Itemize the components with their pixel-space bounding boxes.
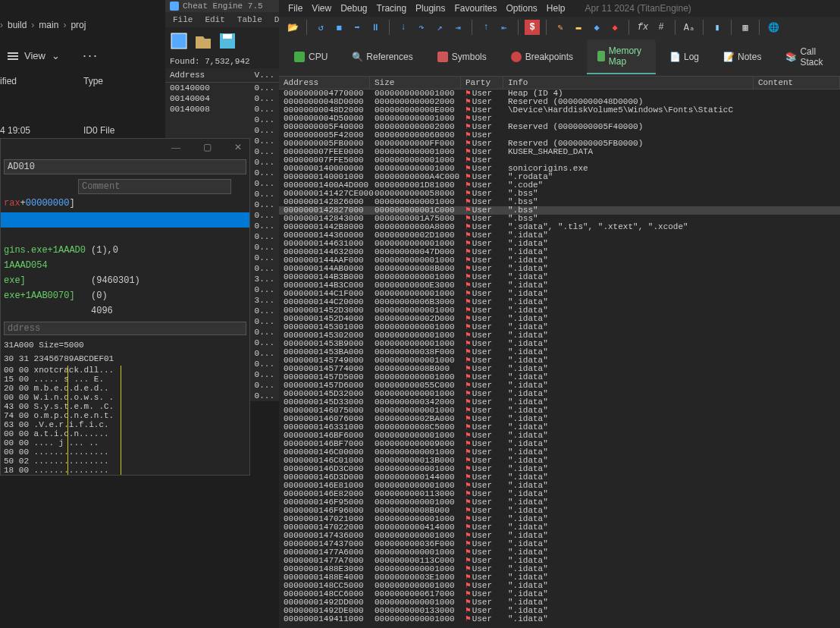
memory-map-header: Address Size Party Info Content bbox=[279, 77, 840, 89]
goto-address-input[interactable] bbox=[4, 322, 246, 335]
asm-entry[interactable]: 4096 bbox=[1, 303, 249, 319]
close-icon[interactable]: ✕ bbox=[234, 142, 242, 153]
selection-bar[interactable] bbox=[1, 212, 249, 228]
address-input[interactable] bbox=[4, 159, 246, 174]
patches-icon[interactable]: $ bbox=[525, 20, 540, 35]
hex-line[interactable]: 00 00 a.t.i.o.n...... bbox=[1, 429, 249, 438]
menu-tracing[interactable]: Tracing bbox=[377, 3, 407, 14]
maximize-icon[interactable]: ▢ bbox=[203, 142, 212, 153]
notes-icon: 📝 bbox=[723, 52, 734, 62]
hex-line[interactable]: 63 00 .V.e.r.i.f.i.c. bbox=[1, 420, 249, 429]
col-content[interactable]: Content bbox=[754, 77, 840, 89]
scylla-icon[interactable]: ▦ bbox=[738, 20, 753, 35]
stop-icon[interactable]: ◼ bbox=[331, 20, 346, 35]
breadcrumb-item[interactable]: proj bbox=[71, 20, 86, 30]
run-to-icon[interactable]: ⇥ bbox=[450, 20, 465, 35]
chevron-icon: › bbox=[31, 20, 34, 30]
ce-menubar: File Edit Table D3D bbox=[165, 12, 279, 27]
run-icon[interactable]: ➡ bbox=[349, 20, 365, 35]
col-address: Address bbox=[170, 71, 252, 80]
window-title: Cheat Engine 7.5 bbox=[165, 0, 279, 12]
breakpoint-icon bbox=[511, 52, 522, 62]
text-icon[interactable]: Aₐ bbox=[682, 20, 697, 35]
memory-map-body[interactable]: 00000000047700000000000000001000⚑UserHea… bbox=[279, 89, 840, 628]
hex-line[interactable]: 20 00 m.b.e.d.d.e.d.. bbox=[1, 384, 249, 393]
hex-line[interactable]: 50 02 ............... bbox=[1, 457, 249, 466]
menu-favourites[interactable]: Favourites bbox=[454, 3, 497, 14]
menu-options[interactable]: Options bbox=[506, 3, 537, 14]
pencil-icon[interactable]: ✎ bbox=[553, 20, 568, 35]
symbols-icon bbox=[437, 52, 448, 62]
menu-help[interactable]: Help bbox=[547, 3, 566, 14]
more-menu[interactable]: ··· bbox=[83, 48, 99, 64]
file-row[interactable]: 4 19:05 ID0 File bbox=[0, 125, 114, 136]
clear-icon[interactable]: ◆ bbox=[607, 20, 622, 35]
step-into-icon[interactable]: ↓ bbox=[396, 20, 411, 35]
menu-edit[interactable]: Edit bbox=[200, 14, 229, 26]
hex-line[interactable]: 00 00 W.i.n.d.o.w.s. . bbox=[1, 393, 249, 402]
menu-file[interactable]: File bbox=[168, 14, 197, 26]
hex-line[interactable]: 18 00 ............... bbox=[1, 466, 249, 475]
tab-references[interactable]: 🔍References bbox=[341, 39, 423, 74]
hamburger-icon bbox=[8, 52, 18, 60]
breadcrumb-item[interactable]: build bbox=[8, 20, 27, 30]
col-address[interactable]: Address bbox=[279, 77, 370, 89]
globe-icon[interactable]: 🌐 bbox=[766, 20, 781, 35]
col-value: V... bbox=[252, 71, 274, 80]
col-party[interactable]: Party bbox=[461, 77, 503, 89]
open-button[interactable] bbox=[192, 30, 215, 52]
bookmark-icon[interactable]: ◆ bbox=[589, 20, 604, 35]
tab-memory-map[interactable]: Memory Map bbox=[587, 39, 656, 74]
tab-callstack[interactable]: 📚Call Stack bbox=[775, 39, 835, 74]
dbg-tabs: CPU 🔍References Symbols Breakpoints Memo… bbox=[279, 38, 840, 77]
comment-input[interactable] bbox=[78, 179, 231, 194]
hash-icon[interactable]: # bbox=[654, 20, 669, 35]
tab-breakpoints[interactable]: Breakpoints bbox=[500, 39, 584, 74]
menu-file[interactable]: File bbox=[288, 3, 302, 14]
menu-table[interactable]: Table bbox=[233, 14, 267, 26]
step-over-icon[interactable]: ↷ bbox=[414, 20, 429, 35]
asm-entry[interactable]: exe+1AAB0070](0) bbox=[1, 288, 249, 303]
pause-icon[interactable]: ⏸ bbox=[368, 20, 383, 35]
tab-cpu[interactable]: CPU bbox=[284, 39, 338, 74]
menu-view[interactable]: View bbox=[312, 3, 331, 14]
log-icon: 📄 bbox=[669, 52, 680, 62]
ce-scan-row[interactable]: 001400000... bbox=[165, 83, 279, 93]
hex-line[interactable]: 00 00 xnotcrack.dll... bbox=[1, 366, 249, 375]
restart-icon[interactable]: ↺ bbox=[313, 20, 328, 35]
minimize-icon[interactable]: — bbox=[171, 142, 180, 153]
modules-icon[interactable]: ▮ bbox=[710, 20, 725, 35]
tab-log[interactable]: 📄Log bbox=[659, 39, 710, 74]
hex-line[interactable]: 74 00 o.m.p.o.n.e.n.t. bbox=[1, 411, 249, 420]
hex-line[interactable]: 00 00 ............... bbox=[1, 447, 249, 457]
fx-icon[interactable]: fx bbox=[635, 20, 650, 35]
process-button[interactable] bbox=[168, 30, 190, 52]
ce-scan-row[interactable]: 001400080... bbox=[165, 104, 279, 115]
tab-symbols[interactable]: Symbols bbox=[427, 39, 497, 74]
asm-entry[interactable]: 1AAAD054 bbox=[1, 258, 249, 273]
trace-over-icon[interactable]: ⇤ bbox=[497, 20, 512, 35]
breadcrumb-item[interactable]: main bbox=[39, 20, 58, 30]
trace-into-icon[interactable]: ↑ bbox=[478, 20, 494, 35]
tab-notes[interactable]: 📝Notes bbox=[713, 39, 772, 74]
col-info[interactable]: Info bbox=[503, 77, 754, 89]
memory-row[interactable]: 00000001494110000000000000001000⚑User".i… bbox=[279, 615, 840, 623]
svg-rect-0 bbox=[171, 33, 186, 49]
ce-scan-row[interactable]: 0... bbox=[165, 115, 279, 125]
open-icon[interactable]: 📂 bbox=[285, 20, 300, 35]
col-size[interactable]: Size bbox=[370, 77, 461, 89]
asm-entry[interactable]: gins.exe+1AAAD0(1),0 bbox=[1, 243, 249, 258]
save-button[interactable] bbox=[216, 30, 239, 52]
menu-debug[interactable]: Debug bbox=[340, 3, 367, 14]
ce-scan-row[interactable]: 0... bbox=[165, 125, 279, 136]
hex-line[interactable]: 00 00 .... j ... .. bbox=[1, 438, 249, 447]
view-dropdown[interactable]: View ⌄ bbox=[0, 46, 67, 66]
asm-entry[interactable]: exe](9460301) bbox=[1, 273, 249, 288]
step-out-icon[interactable]: ↗ bbox=[432, 20, 447, 35]
chevron-down-icon: ⌄ bbox=[52, 50, 60, 61]
ce-scan-row[interactable]: 001400040... bbox=[165, 93, 279, 104]
comment-icon[interactable]: ▬ bbox=[571, 20, 586, 35]
menu-plugins[interactable]: Plugins bbox=[415, 3, 445, 14]
hex-line[interactable]: 15 00 ..... s ... E. bbox=[1, 375, 249, 384]
hex-line[interactable]: 43 00 S.y.s.t.e.m. .C. bbox=[1, 402, 249, 411]
